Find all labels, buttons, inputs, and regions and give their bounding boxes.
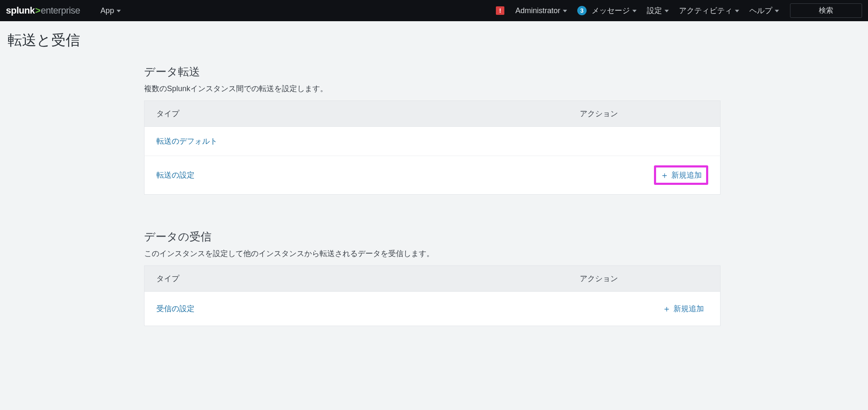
administrator-label: Administrator [515,6,560,15]
administrator-menu[interactable]: Administrator [510,0,572,21]
forwarding-add-new-button[interactable]: ＋ 新規追加 [659,169,703,181]
chevron-down-icon [117,10,121,12]
brand-logo[interactable]: splunk > enterprise [6,5,80,16]
settings-menu[interactable]: 設定 [642,0,674,21]
messages-count-badge: 3 [577,6,587,15]
chevron-down-icon [775,10,779,12]
top-nav: splunk > enterprise App ! Administrator … [0,0,868,21]
brand-part2: enterprise [41,5,80,16]
page-content: データ転送 複数のSplunkインスタンス間での転送を設定します。 タイプ アク… [144,64,721,326]
receiving-col-action: アクション [568,266,721,292]
messages-menu[interactable]: 3 メッセージ [572,0,642,21]
receiving-section-desc: このインスタンスを設定して他のインスタンスから転送されるデータを受信します。 [144,248,721,259]
chevron-down-icon [735,10,739,12]
forwarding-col-action: アクション [568,101,721,127]
chevron-down-icon [665,10,669,12]
forwarding-col-type: タイプ [145,101,568,127]
global-search-input[interactable] [790,3,862,18]
alert-glyph: ! [499,7,501,14]
app-menu-label: App [100,6,114,15]
plus-icon: ＋ [660,171,669,179]
receiving-add-new-button[interactable]: ＋ 新規追加 [658,301,708,316]
forwarding-settings-link[interactable]: 転送の設定 [156,171,195,179]
highlight-annotation: ＋ 新規追加 [654,165,708,185]
messages-label: メッセージ [592,6,630,16]
help-label: ヘルプ [749,6,772,16]
table-row: 受信の設定 ＋ 新規追加 [145,292,721,326]
help-menu[interactable]: ヘルプ [744,0,784,21]
activity-label: アクティビティ [679,6,732,16]
forwarding-section-desc: 複数のSplunkインスタンス間での転送を設定します。 [144,84,721,94]
table-row: 転送のデフォルト [145,127,721,156]
app-menu[interactable]: App [95,0,126,21]
forwarding-section-title: データ転送 [144,64,721,79]
receiving-settings-link[interactable]: 受信の設定 [156,304,195,313]
receiving-add-new-label: 新規追加 [673,304,704,314]
forwarding-add-new-label: 新規追加 [671,170,702,180]
plus-icon: ＋ [662,304,671,313]
page-title: 転送と受信 [0,21,868,54]
receiving-col-type: タイプ [145,266,568,292]
table-row: 転送の設定 ＋ 新規追加 [145,156,721,195]
settings-label: 設定 [647,6,662,16]
alert-icon[interactable]: ! [496,6,504,15]
forwarding-defaults-link[interactable]: 転送のデフォルト [156,137,217,145]
forwarding-table: タイプ アクション 転送のデフォルト 転送の設定 ＋ 新 [144,100,721,195]
brand-part1: splunk [6,5,35,16]
chevron-down-icon [563,10,567,12]
activity-menu[interactable]: アクティビティ [674,0,744,21]
receiving-table: タイプ アクション 受信の設定 ＋ 新規追加 [144,265,721,326]
chevron-down-icon [632,10,637,12]
brand-gt-icon: > [35,5,40,16]
receiving-section-title: データの受信 [144,229,721,244]
